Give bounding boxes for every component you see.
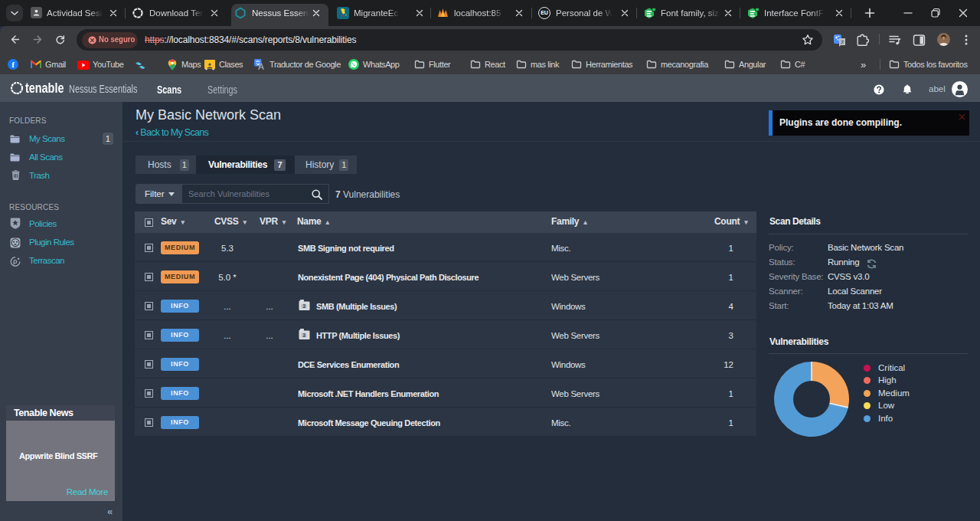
svg-text:3: 3 xyxy=(302,332,305,339)
svg-text:3: 3 xyxy=(302,303,305,310)
